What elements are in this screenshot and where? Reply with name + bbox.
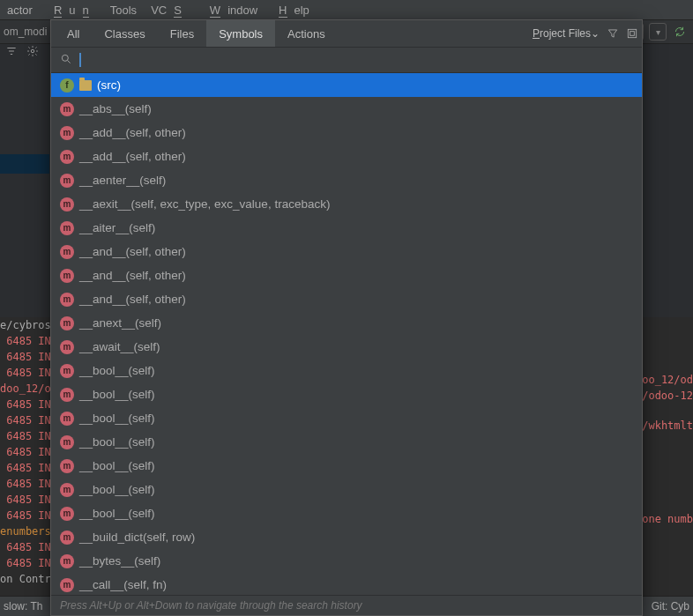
menu-item[interactable]: actor: [7, 4, 33, 17]
result-row[interactable]: m__and__(self, other): [51, 287, 642, 311]
svg-rect-2: [630, 32, 635, 36]
result-row[interactable]: m__call__(self, fn): [51, 573, 642, 595]
result-row[interactable]: m__await__(self): [51, 335, 642, 359]
method-icon: m: [60, 578, 74, 592]
search-input[interactable]: [81, 52, 633, 68]
pin-panel-icon[interactable]: [626, 27, 638, 40]
result-label: __bool__(self): [79, 364, 155, 377]
console-fragment: /wkhtmlt: [642, 419, 693, 432]
method-icon: m: [60, 197, 74, 212]
result-label: __and__(self, other): [79, 269, 186, 282]
menu-item[interactable]: Tools: [110, 4, 137, 17]
method-icon: m: [60, 364, 74, 378]
result-row[interactable]: m__bool__(self): [51, 430, 642, 454]
console-fragment: one numb: [642, 513, 693, 525]
result-label: __bytes__(self): [79, 554, 160, 568]
tab-actions[interactable]: Actions: [275, 20, 338, 47]
method-icon: m: [60, 507, 74, 521]
result-row[interactable]: m__and__(self, other): [51, 263, 642, 287]
filter-icon[interactable]: [607, 27, 619, 40]
result-row[interactable]: m__bytes__(self): [51, 549, 642, 573]
method-icon: m: [60, 554, 74, 568]
editor-selection-strip: [0, 154, 49, 174]
menu-item[interactable]: Run: [47, 4, 96, 17]
svg-point-3: [62, 55, 68, 61]
menu-item[interactable]: Window: [203, 4, 257, 17]
svg-rect-1: [628, 29, 636, 37]
svg-point-0: [31, 49, 34, 53]
dropdown-caret[interactable]: ▾: [649, 23, 667, 41]
console-fragment: oo_12/od: [642, 374, 693, 386]
gear-icon[interactable]: [26, 45, 39, 57]
console-fragment: 2/odoo-12: [636, 390, 693, 402]
method-icon: m: [60, 531, 74, 545]
method-icon: m: [60, 221, 74, 235]
method-icon: m: [60, 174, 74, 188]
menubar: actor Run Tools VCS Window Help: [0, 0, 693, 20]
tab-symbols[interactable]: Symbols: [206, 20, 275, 47]
breadcrumb: om_modi: [4, 26, 47, 38]
search-everywhere-popup: AllClassesFilesSymbolsActions Project Fi…: [50, 19, 643, 616]
tab-classes[interactable]: Classes: [92, 20, 157, 47]
result-row[interactable]: m__bool__(self): [51, 501, 642, 525]
result-label: __add__(self, other): [79, 150, 186, 163]
result-row[interactable]: m__bool__(self): [51, 359, 642, 382]
tab-all[interactable]: All: [55, 20, 92, 47]
result-row[interactable]: m__anext__(self): [51, 311, 642, 335]
search-hint: Press Alt+Up or Alt+Down to navigate thr…: [51, 595, 642, 615]
result-label: __bool__(self): [79, 388, 155, 401]
filter-settings-icon[interactable]: [5, 45, 18, 57]
result-label: __aenter__(self): [79, 174, 166, 187]
folder-icon: [79, 80, 92, 91]
left-gutter-tools: [0, 42, 44, 60]
search-row: [51, 48, 642, 73]
search-icon: [60, 53, 72, 68]
result-row[interactable]: m__bool__(self): [51, 382, 642, 406]
result-label: (src): [97, 78, 121, 92]
function-icon: f: [60, 78, 74, 93]
result-label: __add__(self, other): [79, 126, 186, 139]
status-left: slow: Th: [4, 600, 42, 612]
result-label: __and__(self, other): [79, 293, 186, 306]
result-row[interactable]: f(src): [51, 73, 642, 97]
menu-item[interactable]: Help: [272, 4, 309, 17]
result-row[interactable]: m__add__(self, other): [51, 121, 642, 145]
result-row[interactable]: m__abs__(self): [51, 97, 642, 121]
result-label: __aiter__(self): [79, 221, 155, 234]
method-icon: m: [60, 126, 74, 140]
result-label: __and__(self, other): [79, 245, 186, 258]
method-icon: m: [60, 412, 74, 426]
method-icon: m: [60, 435, 74, 449]
result-row[interactable]: m__and__(self, other): [51, 240, 642, 263]
method-icon: m: [60, 316, 74, 330]
result-label: __await__(self): [79, 340, 160, 353]
popup-tabs: AllClassesFilesSymbolsActions Project Fi…: [51, 20, 642, 48]
result-row[interactable]: m__aenter__(self): [51, 168, 642, 192]
status-right: Git: Cyb: [652, 600, 689, 612]
result-row[interactable]: m__build_dict(self, row): [51, 525, 642, 549]
result-label: __aexit__(self, exc_type, exc_value, tra…: [79, 197, 330, 211]
result-label: __bool__(self): [79, 483, 155, 496]
result-label: __bool__(self): [79, 459, 155, 472]
scope-dropdown[interactable]: Project Files⌄: [533, 27, 600, 40]
result-row[interactable]: m__bool__(self): [51, 454, 642, 478]
tab-files[interactable]: Files: [158, 20, 206, 47]
result-label: __bool__(self): [79, 412, 155, 425]
method-icon: m: [60, 150, 74, 164]
result-row[interactable]: m__bool__(self): [51, 406, 642, 430]
result-row[interactable]: m__add__(self, other): [51, 145, 642, 168]
result-row[interactable]: m__aexit__(self, exc_type, exc_value, tr…: [51, 192, 642, 216]
method-icon: m: [60, 269, 74, 283]
method-icon: m: [60, 102, 74, 116]
result-label: __bool__(self): [79, 435, 155, 449]
method-icon: m: [60, 340, 74, 354]
result-row[interactable]: m__aiter__(self): [51, 216, 642, 240]
menu-item[interactable]: VCS: [151, 4, 189, 17]
method-icon: m: [60, 459, 74, 473]
sync-icon[interactable]: [672, 24, 688, 40]
result-label: __bool__(self): [79, 507, 155, 520]
result-row[interactable]: m__bool__(self): [51, 478, 642, 501]
results-list[interactable]: f(src)m__abs__(self)m__add__(self, other…: [51, 73, 642, 595]
result-label: __abs__(self): [79, 102, 152, 115]
method-icon: m: [60, 245, 74, 259]
